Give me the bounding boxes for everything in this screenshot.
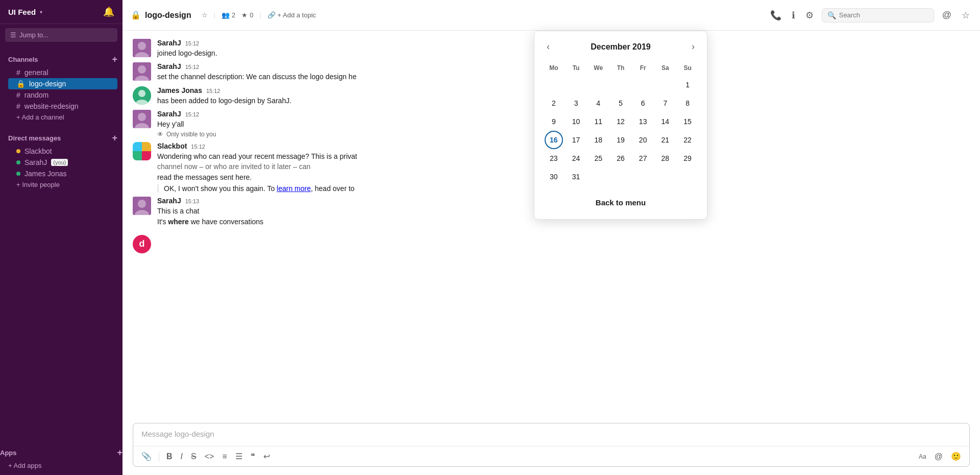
call-icon[interactable]: 📞 [768,8,783,23]
calendar-day[interactable]: 17 [566,131,586,149]
sidebar-item-slackbot[interactable]: Slackbot [8,146,117,157]
sidebar-item-general[interactable]: # general [8,67,117,78]
italic-icon[interactable]: I [179,450,185,463]
attach-icon[interactable]: 📎 [139,449,154,463]
channel-meta-star[interactable]: ☆ [202,11,208,19]
calendar-day[interactable]: 21 [655,131,675,149]
calendar-day-cell: 13 [632,112,654,131]
info-icon[interactable]: ℹ [790,8,797,23]
calendar-day[interactable]: 25 [588,149,608,168]
add-channel-icon[interactable]: + [112,54,117,65]
calendar-day[interactable]: 23 [544,149,564,168]
calendar-day[interactable]: 10 [566,112,586,131]
text-format-icon[interactable]: Aa [917,451,928,462]
add-dm-icon[interactable]: + [112,133,117,144]
calendar-day-cell [565,76,587,94]
apps-header[interactable]: Apps + [0,447,122,458]
message-author[interactable]: SarahJ [157,62,181,70]
emoji-icon[interactable]: 🙂 [949,449,963,463]
calendar-day[interactable]: 14 [655,112,675,131]
calendar-day-empty [655,168,675,186]
at-mention-input-icon[interactable]: @ [933,450,945,463]
bookmark-icon[interactable]: ☆ [960,8,972,23]
back-to-menu-button[interactable]: Back to menu [592,194,650,211]
calendar-day[interactable]: 8 [677,94,698,112]
add-apps-icon[interactable]: + [117,447,122,458]
invite-people-button[interactable]: + Invite people [8,179,117,190]
toolbar-separator [159,452,159,461]
at-mention-icon[interactable]: @ [940,8,953,22]
link-icon: 🔗 [267,11,276,19]
calendar-day[interactable]: 13 [633,112,653,131]
calendar-day-empty [610,168,631,186]
calendar-day[interactable]: 1 [677,76,698,94]
calendar-day[interactable]: 30 [544,168,564,186]
day-header-we: We [587,62,609,76]
message-input-placeholder[interactable]: Message logo-design [133,423,969,446]
main-content: 🔒 logo-design ☆ | 👥 2 ★ 0 | 🔗 + Add a to… [122,0,980,475]
channel-members[interactable]: 👥 2 [222,11,235,19]
message-author[interactable]: James Jonas [157,86,202,94]
unordered-list-icon[interactable]: ☰ [233,449,244,463]
calendar-day[interactable]: 29 [677,149,698,168]
blockquote-icon[interactable]: ❝ [249,449,257,463]
workspace-switcher[interactable]: UI Feed ▾ [8,8,42,16]
avatar [133,142,151,160]
calendar-week-row: 1 [543,76,699,94]
settings-gear-icon[interactable]: ⚙ [803,8,816,23]
calendar-day[interactable]: 19 [610,131,631,149]
message-author[interactable]: Slackbot [157,142,187,150]
calendar-day[interactable]: 2 [544,94,564,112]
calendar-day[interactable]: 3 [566,94,586,112]
calendar-day[interactable]: 5 [610,94,631,112]
invite-people-label: + Invite people [16,181,60,188]
message-author[interactable]: SarahJ [157,197,181,205]
add-topic-button[interactable]: 🔗 + Add a topic [267,11,316,19]
calendar-day[interactable]: 9 [544,112,564,131]
calendar-day[interactable]: 6 [633,94,653,112]
ordered-list-icon[interactable]: ≡ [220,450,229,463]
message-author[interactable]: SarahJ [157,110,181,118]
channels-header[interactable]: Channels + [8,54,117,65]
calendar-next-button[interactable]: › [688,39,699,54]
calendar-day[interactable]: 16 [545,131,563,149]
calendar-day[interactable]: 24 [566,149,586,168]
calendar-week-row: 3031 [543,168,699,186]
bold-icon[interactable]: B [164,450,175,463]
calendar-prev-button[interactable]: ‹ [543,39,554,54]
sidebar-item-random[interactable]: # random [8,89,117,101]
calendar-day[interactable]: 7 [655,94,675,112]
calendar-day[interactable]: 4 [588,94,608,112]
sidebar-item-logo-design[interactable]: 🔒 logo-design [8,78,117,89]
add-apps-button[interactable]: + Add apps [0,460,122,471]
add-channel-button[interactable]: + Add a channel [8,112,117,123]
calendar-day-cell [587,76,609,94]
search-box[interactable]: 🔍 [822,8,934,22]
calendar-day[interactable]: 31 [566,168,586,186]
calendar-day-cell [587,168,609,186]
calendar-day[interactable]: 18 [588,131,608,149]
code-icon[interactable]: <> [203,450,216,463]
sidebar-item-sarahj[interactable]: SarahJ (you) [8,157,117,168]
learn-more-link[interactable]: learn more [277,184,311,193]
calendar-day[interactable]: 26 [610,149,631,168]
channel-stars-count[interactable]: ★ 0 [241,11,253,19]
calendar-day[interactable]: 11 [588,112,608,131]
notifications-bell-icon[interactable]: 🔔 [103,6,114,17]
calendar-day-cell: 18 [587,131,609,149]
calendar-day-cell: 28 [654,149,677,168]
strikethrough-icon[interactable]: S [189,450,199,463]
dm-header[interactable]: Direct messages + [8,133,117,144]
calendar-day[interactable]: 27 [633,149,653,168]
message-author[interactable]: SarahJ [157,39,181,47]
jump-to-button[interactable]: ☰ Jump to... [5,28,117,42]
undo-icon[interactable]: ↩ [261,449,272,463]
calendar-day[interactable]: 22 [677,131,698,149]
sidebar-item-website-redesign[interactable]: # website-redesign [8,101,117,112]
calendar-day[interactable]: 28 [655,149,675,168]
calendar-day[interactable]: 15 [677,112,698,131]
sidebar-item-james-jonas[interactable]: James Jonas [8,168,117,179]
calendar-day[interactable]: 12 [610,112,631,131]
calendar-day[interactable]: 20 [633,131,653,149]
search-input[interactable] [839,11,928,19]
